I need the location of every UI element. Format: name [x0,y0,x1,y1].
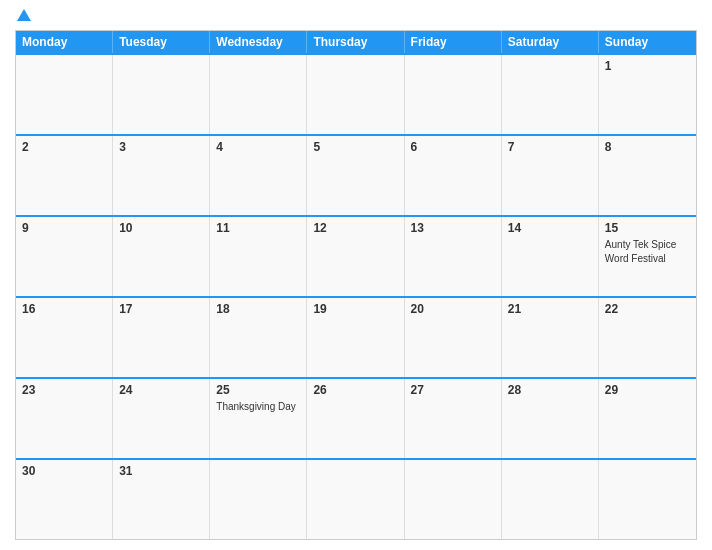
day-number: 25 [216,383,300,397]
day-cell-1-2 [113,55,210,134]
day-cell-4-3: 18 [210,298,307,377]
week-row-3: 9101112131415Aunty Tek Spice Word Festiv… [16,215,696,296]
day-number: 14 [508,221,592,235]
day-cell-3-7: 15Aunty Tek Spice Word Festival [599,217,696,296]
day-number: 27 [411,383,495,397]
logo [15,10,31,22]
day-number: 22 [605,302,690,316]
header [15,10,697,22]
day-number: 11 [216,221,300,235]
day-number: 10 [119,221,203,235]
day-header-thursday: Thursday [307,31,404,53]
day-cell-1-1 [16,55,113,134]
event-text: Thanksgiving Day [216,401,295,412]
day-number: 31 [119,464,203,478]
day-number: 4 [216,140,300,154]
day-cell-6-7 [599,460,696,539]
day-cell-1-5 [405,55,502,134]
day-header-sunday: Sunday [599,31,696,53]
day-cell-3-1: 9 [16,217,113,296]
calendar-page: Monday Tuesday Wednesday Thursday Friday… [0,0,712,550]
day-header-tuesday: Tuesday [113,31,210,53]
week-row-1: 1 [16,53,696,134]
day-cell-6-6 [502,460,599,539]
day-number: 16 [22,302,106,316]
day-cell-5-6: 28 [502,379,599,458]
day-cell-5-1: 23 [16,379,113,458]
day-number: 5 [313,140,397,154]
day-cell-2-4: 5 [307,136,404,215]
day-header-wednesday: Wednesday [210,31,307,53]
day-number: 7 [508,140,592,154]
day-number: 28 [508,383,592,397]
day-header-saturday: Saturday [502,31,599,53]
day-cell-3-2: 10 [113,217,210,296]
week-row-2: 2345678 [16,134,696,215]
day-header-friday: Friday [405,31,502,53]
day-number: 9 [22,221,106,235]
day-cell-4-4: 19 [307,298,404,377]
day-cell-5-3: 25Thanksgiving Day [210,379,307,458]
day-cell-6-2: 31 [113,460,210,539]
day-cell-6-3 [210,460,307,539]
day-cell-4-7: 22 [599,298,696,377]
day-cell-5-2: 24 [113,379,210,458]
day-cell-4-2: 17 [113,298,210,377]
day-number: 20 [411,302,495,316]
day-cell-6-1: 30 [16,460,113,539]
day-cell-2-7: 8 [599,136,696,215]
day-number: 12 [313,221,397,235]
week-row-4: 16171819202122 [16,296,696,377]
day-number: 30 [22,464,106,478]
day-number: 19 [313,302,397,316]
day-cell-2-1: 2 [16,136,113,215]
day-number: 23 [22,383,106,397]
day-cell-1-6 [502,55,599,134]
day-cell-2-5: 6 [405,136,502,215]
day-number: 29 [605,383,690,397]
day-cell-4-5: 20 [405,298,502,377]
day-cell-2-6: 7 [502,136,599,215]
week-row-5: 232425Thanksgiving Day26272829 [16,377,696,458]
day-number: 13 [411,221,495,235]
day-cell-1-4 [307,55,404,134]
day-cell-4-6: 21 [502,298,599,377]
day-number: 3 [119,140,203,154]
day-header-monday: Monday [16,31,113,53]
calendar: Monday Tuesday Wednesday Thursday Friday… [15,30,697,540]
event-text: Aunty Tek Spice Word Festival [605,239,677,264]
day-number: 8 [605,140,690,154]
day-cell-1-3 [210,55,307,134]
day-number: 21 [508,302,592,316]
day-cell-5-7: 29 [599,379,696,458]
day-number: 15 [605,221,690,235]
day-cell-1-7: 1 [599,55,696,134]
day-cell-3-4: 12 [307,217,404,296]
day-number: 24 [119,383,203,397]
day-cell-4-1: 16 [16,298,113,377]
day-number: 18 [216,302,300,316]
day-cell-6-5 [405,460,502,539]
day-number: 2 [22,140,106,154]
day-cell-2-2: 3 [113,136,210,215]
day-cell-3-3: 11 [210,217,307,296]
day-number: 6 [411,140,495,154]
day-number: 1 [605,59,690,73]
day-cell-3-6: 14 [502,217,599,296]
weeks: 123456789101112131415Aunty Tek Spice Wor… [16,53,696,539]
week-row-6: 3031 [16,458,696,539]
logo-triangle-icon [17,9,31,21]
day-cell-5-5: 27 [405,379,502,458]
day-cell-6-4 [307,460,404,539]
day-number: 26 [313,383,397,397]
day-cell-3-5: 13 [405,217,502,296]
day-cell-5-4: 26 [307,379,404,458]
day-cell-2-3: 4 [210,136,307,215]
day-number: 17 [119,302,203,316]
day-headers: Monday Tuesday Wednesday Thursday Friday… [16,31,696,53]
